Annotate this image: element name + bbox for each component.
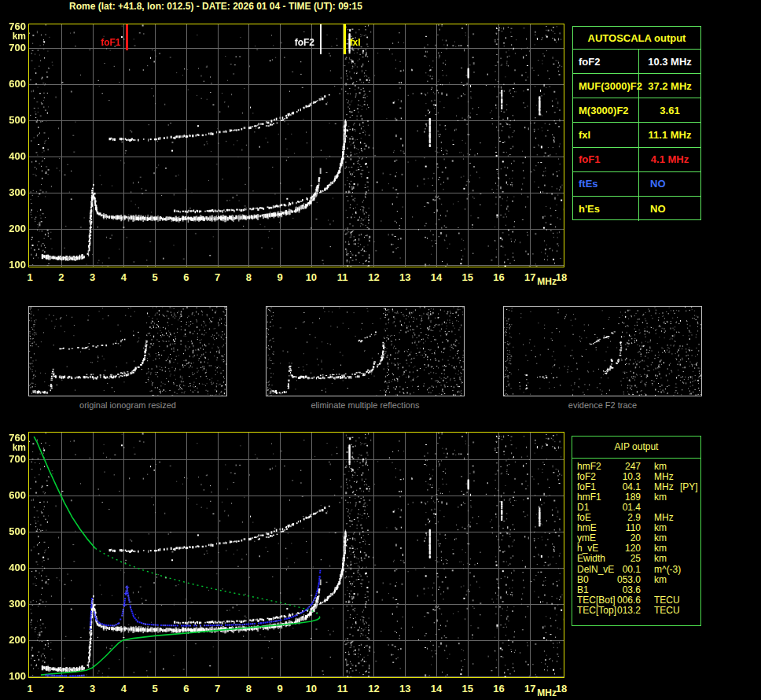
marker-label-fof1: foF1	[101, 38, 120, 48]
aip-row-value: 006.6	[599, 595, 641, 606]
aip-row-value: 01.4	[599, 503, 641, 513]
autoscala-row-value: NO	[639, 172, 700, 196]
marker-label-fof2: foF2	[295, 38, 314, 48]
autoscala-row-value: 37.2 MHz	[639, 74, 700, 98]
y-tick-label: 600	[0, 490, 26, 500]
autoscala-output-table: AUTOSCALA output foF210.3 MHzMUF(3000)F2…	[572, 26, 701, 220]
aip-row-unit: MHz	[654, 513, 674, 523]
y-tick-label: 500	[0, 526, 26, 536]
ionogram-plot-top: foF1foF2fxI	[28, 24, 564, 267]
x-tick-label: 6	[179, 683, 193, 694]
x-axis-unit-label: MHz	[535, 277, 557, 286]
x-tick-label: 4	[116, 683, 131, 694]
y-axis-unit-label: km	[0, 31, 26, 41]
x-tick-label: 13	[398, 272, 412, 282]
ionogram-plot-bottom	[28, 432, 564, 678]
aip-row-value: 00.1	[599, 565, 641, 575]
x-tick-label: 1	[23, 272, 37, 282]
aip-table-header: AIP output	[572, 441, 700, 452]
aip-row: foE2.9MHz	[572, 513, 700, 523]
y-tick-label: 400	[0, 151, 26, 161]
autoscala-row: foF14.1 MHz	[573, 148, 700, 172]
y-axis-unit-label: km	[0, 443, 26, 452]
aip-row: hmE110km	[572, 523, 700, 533]
autoscala-table-header: AUTOSCALA output	[573, 27, 700, 50]
aip-row-unit: km	[654, 462, 667, 472]
aip-row-label: D1	[577, 503, 589, 513]
autoscala-row-label: foF1	[573, 148, 639, 171]
x-tick-label: 16	[491, 272, 505, 282]
autoscala-row: fxI11.1 MHz	[573, 123, 700, 147]
x-tick-label: 8	[241, 272, 256, 282]
thumbnail-canvas-reflections	[267, 307, 464, 396]
thumbnail-canvas-f2	[504, 307, 701, 396]
aip-row-unit: TECU	[654, 606, 680, 616]
autoscala-row-label: fxI	[573, 123, 639, 146]
aip-row-label: hmE	[577, 523, 597, 533]
marker-bar-fof1	[126, 24, 128, 50]
aip-row: ymE20km	[572, 533, 700, 543]
x-tick-label: 8	[241, 683, 256, 694]
autoscala-window: Rome (lat: +41.8, lon: 012.5) - DATE: 20…	[0, 0, 761, 700]
aip-row-unit: MHz	[654, 482, 674, 492]
aip-row-unit: km	[654, 533, 667, 543]
aip-row-unit: TECU	[654, 595, 680, 606]
x-tick-label: 16	[491, 683, 505, 694]
x-axis-unit-label: MHz	[535, 688, 557, 698]
x-tick-label: 5	[148, 683, 162, 694]
x-tick-label: 13	[398, 683, 412, 694]
x-tick-label: 2	[54, 683, 68, 694]
autoscala-row-label: M(3000)F2	[573, 98, 639, 122]
marker-bar-fxi	[344, 24, 346, 54]
aip-row: hmF2247km	[572, 462, 700, 472]
autoscala-row-label: h'Es	[573, 197, 639, 221]
aip-row: foF210.3MHz	[572, 472, 700, 482]
autoscala-row: h'EsNO	[573, 197, 700, 221]
autoscala-row-value: 4.1 MHz	[639, 148, 700, 171]
aip-row-value: 120	[599, 543, 641, 554]
x-tick-label: 1	[23, 683, 37, 694]
y-tick-label: 100	[0, 260, 26, 270]
x-tick-label: 3	[86, 272, 100, 282]
aip-output-table: AIP output hmF2247kmfoF210.3MHzfoF104.1M…	[572, 436, 701, 626]
aip-row: D101.4	[572, 503, 700, 513]
x-tick-label: 6	[179, 272, 193, 282]
y-tick-label: 300	[0, 187, 26, 197]
y-tick-label: 700	[0, 454, 26, 464]
autoscala-row-value: 11.1 MHz	[639, 123, 700, 146]
thumbnail-f2-trace	[503, 306, 702, 396]
aip-row-value: 053.0	[599, 575, 641, 585]
aip-row-extra: [PY]	[680, 482, 698, 492]
aip-row-unit: km	[654, 575, 667, 585]
aip-row-value: 247	[599, 462, 641, 472]
aip-row-label: foF2	[577, 472, 596, 482]
x-tick-label: 2	[54, 272, 68, 282]
marker-bar-fof2	[320, 24, 322, 54]
aip-row-value: 110	[599, 523, 641, 533]
aip-row-label: hmF1	[577, 492, 601, 503]
aip-row-unit: MHz	[654, 472, 674, 482]
aip-row-label: foE	[577, 513, 591, 523]
aip-row-value: 013.2	[599, 606, 641, 616]
aip-row-label: h_vE	[577, 543, 598, 554]
x-tick-label: 9	[273, 683, 287, 694]
aip-row-label: B0	[577, 575, 589, 585]
aip-row: hmF1189km	[572, 492, 700, 503]
aip-row-label: ymE	[577, 533, 596, 543]
aip-row-unit: km	[654, 554, 667, 564]
y-tick-label: 500	[0, 115, 26, 125]
thumbnail-caption-original: original ionogram resized	[28, 400, 227, 410]
autoscala-row-value: 3.61	[639, 98, 700, 122]
aip-row-value: 25	[599, 554, 641, 564]
aip-row: B103.6	[572, 585, 700, 595]
autoscala-row-label: MUF(3000)F2	[573, 74, 639, 98]
thumbnail-original-ionogram	[28, 306, 227, 396]
y-tick-label: 100	[0, 671, 26, 681]
aip-row-value: 10.3	[599, 472, 641, 482]
autoscala-row-label: foF2	[573, 50, 639, 73]
aip-row: TEC[Top]013.2TECU	[572, 606, 700, 616]
y-tick-label: 200	[0, 635, 26, 645]
aip-row-value: 189	[599, 492, 641, 503]
aip-row: B0053.0km	[572, 575, 700, 585]
marker-label-fxi: fxI	[350, 38, 361, 48]
